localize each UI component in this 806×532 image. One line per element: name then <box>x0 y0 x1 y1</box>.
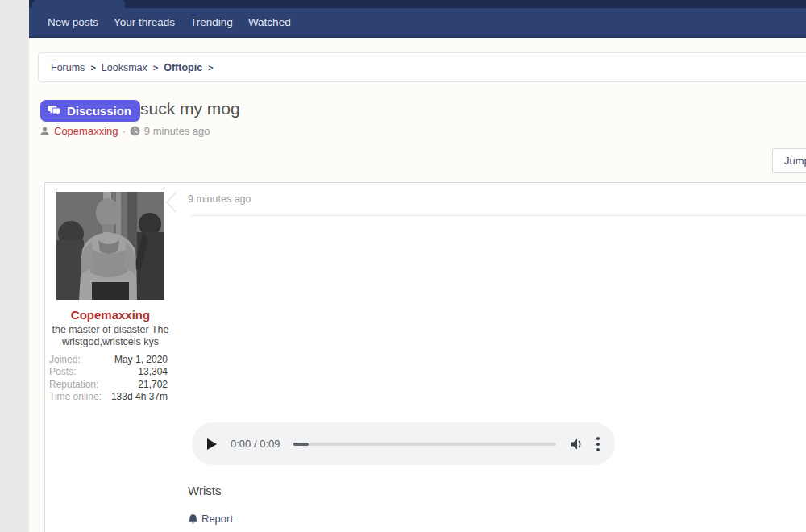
report-link[interactable]: Report <box>188 513 233 525</box>
active-primary-tab[interactable] <box>32 0 125 8</box>
volume-icon[interactable] <box>570 438 584 451</box>
stat-value: 21,702 <box>138 379 168 391</box>
post-content-cell: 9 minutes ago 0:00 / 0:09 <box>176 183 806 532</box>
stat-label: Joined: <box>49 354 81 366</box>
meta-dot: · <box>123 125 126 137</box>
nav-item-new-posts[interactable]: New posts <box>46 7 100 37</box>
audio-seek-bar[interactable] <box>293 443 556 446</box>
stat-value: 13,304 <box>138 366 168 378</box>
thread-author-link[interactable]: Copemaxxing <box>54 125 118 137</box>
thread-meta: Copemaxxing · 9 minutes ago <box>39 125 210 137</box>
thread-timestamp[interactable]: 9 minutes ago <box>144 125 210 137</box>
stat-row-joined: Joined: May 1, 2020 <box>49 354 168 366</box>
thread-title: suck my mog <box>140 99 240 118</box>
play-icon[interactable] <box>207 438 217 450</box>
stat-row-posts: Posts: 13,304 <box>49 366 168 378</box>
stat-label: Posts: <box>49 366 76 378</box>
stat-row-reputation: Reputation: 21,702 <box>49 379 168 391</box>
post-author-stats: Joined: May 1, 2020 Posts: 13,304 Reputa… <box>45 354 176 403</box>
audio-time-display: 0:00 / 0:09 <box>231 438 280 450</box>
post-user-cell: Copemaxxing the master of disaster The w… <box>45 183 176 532</box>
nav-item-trending[interactable]: Trending <box>189 7 235 37</box>
breadcrumb-item-offtopic[interactable]: Offtopic <box>164 62 202 73</box>
audio-menu-icon[interactable] <box>596 437 600 451</box>
avatar[interactable] <box>56 192 164 300</box>
breadcrumb-separator-icon: > <box>153 63 158 73</box>
breadcrumb-separator-icon: > <box>90 63 95 73</box>
breadcrumb-separator-icon: > <box>208 63 213 73</box>
clock-icon <box>130 126 140 136</box>
jump-button-label: Jump <box>784 155 806 167</box>
breadcrumb: Forums > Looksmax > Offtopic > <box>38 52 806 82</box>
audio-seek-thumb[interactable] <box>293 443 309 446</box>
stat-value: May 1, 2020 <box>114 354 168 366</box>
report-link-label: Report <box>202 513 233 525</box>
bell-icon <box>188 513 198 525</box>
chat-bubbles-icon <box>48 105 61 117</box>
discussion-badge[interactable]: Discussion <box>40 100 140 122</box>
stat-label: Time online: <box>49 391 102 403</box>
stat-label: Reputation: <box>49 379 98 391</box>
primary-nav-strip <box>29 0 806 8</box>
stat-row-time-online: Time online: 133d 4h 37m <box>49 391 168 403</box>
stat-value: 133d 4h 37m <box>111 391 168 403</box>
post-body-text: Wrists <box>188 484 221 497</box>
breadcrumb-item-forums[interactable]: Forums <box>51 62 85 73</box>
post-card: Copemaxxing the master of disaster The w… <box>44 182 806 532</box>
sub-navbar: New posts Your threads Trending Watched <box>29 8 806 38</box>
nav-item-watched[interactable]: Watched <box>247 7 293 37</box>
nav-item-your-threads[interactable]: Your threads <box>112 7 177 37</box>
breadcrumb-item-looksmax[interactable]: Looksmax <box>102 62 147 73</box>
post-timestamp[interactable]: 9 minutes ago <box>188 193 251 205</box>
screenshot-viewport: New posts Your threads Trending Watched … <box>0 0 806 532</box>
badge-label: Discussion <box>67 104 131 118</box>
forum-page: New posts Your threads Trending Watched … <box>29 0 806 532</box>
jump-button[interactable]: Jump <box>772 148 806 173</box>
post-author-username[interactable]: Copemaxxing <box>71 308 150 322</box>
message-bubble-arrow <box>168 193 176 211</box>
post-header-divider <box>191 215 806 216</box>
audio-player: 0:00 / 0:09 <box>192 422 615 465</box>
person-icon <box>39 126 50 136</box>
post-author-custom-title: the master of disaster The wristgod,wris… <box>52 324 169 348</box>
